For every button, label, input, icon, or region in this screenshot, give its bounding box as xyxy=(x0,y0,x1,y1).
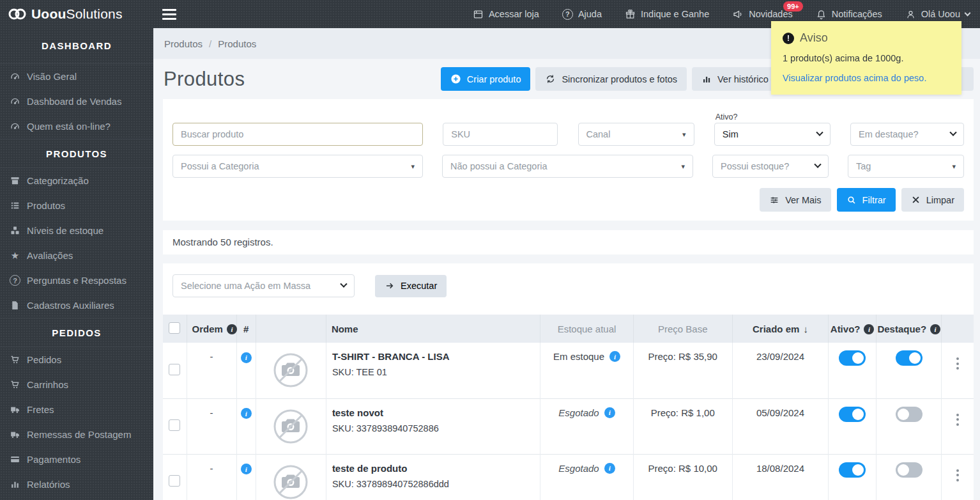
possui-estoque-select[interactable]: Possui estoque? xyxy=(712,155,829,178)
row-menu-icon[interactable] xyxy=(953,465,963,485)
sidebar-item-pagamentos[interactable]: Pagamentos xyxy=(0,447,153,472)
sidebar-item-pedidos[interactable]: Pedidos xyxy=(0,347,153,372)
info-icon[interactable] xyxy=(930,324,940,334)
news-count-badge: 99+ xyxy=(783,1,803,12)
sliders-icon xyxy=(769,195,779,205)
results-summary: Mostrando 50 registros. xyxy=(163,230,974,254)
sidebar-item-avaliacoes[interactable]: ★ Avaliações xyxy=(0,243,153,268)
sku-field xyxy=(443,123,558,146)
create-product-button[interactable]: Criar produto xyxy=(441,67,531,91)
row-menu-icon[interactable] xyxy=(953,354,963,373)
info-icon[interactable] xyxy=(609,351,620,362)
filtrar-button[interactable]: Filtrar xyxy=(837,188,896,212)
nav-help[interactable]: Ajuda xyxy=(562,9,602,20)
cell-ordem: - xyxy=(187,398,236,454)
breadcrumb-separator: / xyxy=(209,38,211,49)
nav-user-greeting: Olá Uoou xyxy=(921,9,960,19)
info-icon[interactable] xyxy=(241,464,252,474)
sidebar-item-produtos[interactable]: Produtos xyxy=(0,193,153,218)
sidebar-section-pedidos: PEDIDOS xyxy=(0,318,153,347)
ativo-select[interactable]: Ativo? Sim xyxy=(714,123,831,146)
featured-toggle[interactable] xyxy=(896,350,923,366)
sidebar-item-fretes[interactable]: Fretes xyxy=(0,397,153,422)
bulk-action-select[interactable]: Selecione uma Ação em Massa xyxy=(172,274,355,297)
sidebar-item-carrinhos[interactable]: Carrinhos xyxy=(0,372,153,397)
breadcrumb-link-produtos[interactable]: Produtos xyxy=(164,38,203,49)
row-checkbox[interactable] xyxy=(169,364,180,375)
possui-categoria-select[interactable]: Possui a Categoria xyxy=(172,155,423,178)
ver-mais-button[interactable]: Ver Mais xyxy=(760,188,831,212)
sidebar-item-niveis-estoque[interactable]: Níveis de estoque xyxy=(0,218,153,243)
active-toggle[interactable] xyxy=(839,462,866,478)
plus-circle-icon xyxy=(450,74,461,84)
limpar-button[interactable]: Limpar xyxy=(901,188,964,212)
alert-link[interactable]: Visualizar produtos acima do peso. xyxy=(783,73,950,83)
info-icon[interactable] xyxy=(241,408,252,419)
featured-toggle[interactable] xyxy=(896,462,923,478)
list-icon xyxy=(10,200,20,211)
row-checkbox[interactable] xyxy=(169,419,180,431)
sidebar-item-categorizacao[interactable]: Categorização xyxy=(0,168,153,193)
info-icon[interactable] xyxy=(604,407,615,418)
chevron-down-icon xyxy=(816,129,823,136)
execute-button[interactable]: Executar xyxy=(375,275,447,297)
sku-input[interactable] xyxy=(451,129,549,139)
nao-possui-categoria-select[interactable]: Não possui a Categoria xyxy=(442,155,693,178)
gauge-icon xyxy=(10,71,20,82)
sidebar-item-relatorios[interactable]: Relatórios xyxy=(0,472,153,497)
sidebar-item-label: Cadastros Auxiliares xyxy=(27,300,114,311)
bar-chart-icon xyxy=(10,479,20,490)
product-sku: SKU: TEE 01 xyxy=(332,367,540,377)
sidebar-item-label: Categorização xyxy=(27,175,89,186)
products-panel: Selecione uma Ação em Massa Executar Ord… xyxy=(163,263,974,500)
sidebar-item-dashboard-vendas[interactable]: Dashboard de Vendas xyxy=(0,89,153,114)
nav-user-menu[interactable]: Olá Uoou xyxy=(905,9,970,20)
cart-icon xyxy=(10,354,20,365)
megaphone-icon xyxy=(732,8,744,20)
nav-notifications[interactable]: Notificações xyxy=(816,9,882,20)
product-name[interactable]: teste de produto xyxy=(332,463,540,474)
sidebar-item-label: Quem está on-line? xyxy=(27,121,111,132)
alert-exclamation-icon xyxy=(783,33,794,44)
search-product-input[interactable] xyxy=(181,129,415,139)
sidebar-item-cadastros-auxiliares[interactable]: Cadastros Auxiliares xyxy=(0,293,153,318)
sidebar-item-label: Dashboard de Vendas xyxy=(27,96,121,107)
canal-select[interactable]: Canal xyxy=(578,123,694,146)
info-icon[interactable] xyxy=(241,352,252,363)
row-checkbox[interactable] xyxy=(169,475,180,487)
header-preco[interactable]: Preço Base xyxy=(658,324,708,334)
nav-access-store-label: Acessar loja xyxy=(489,9,539,19)
tag-select[interactable]: Tag xyxy=(848,155,964,178)
product-sku: SKU: 337898940752886ddd xyxy=(332,479,540,489)
product-price: Preço: R$ 1,00 xyxy=(633,398,732,454)
nav-news[interactable]: Novidades 99+ xyxy=(732,8,793,20)
active-toggle[interactable] xyxy=(839,350,866,366)
info-icon[interactable] xyxy=(227,324,237,334)
select-all-checkbox[interactable] xyxy=(169,322,180,334)
sidebar-item-remessas-postagem[interactable]: Remessas de Postagem xyxy=(0,422,153,447)
product-name[interactable]: teste novot xyxy=(332,407,540,418)
page-title: Produtos xyxy=(164,68,245,91)
no-photo-icon xyxy=(273,464,309,500)
sidebar-item-perguntas-respostas[interactable]: Perguntas e Respostas xyxy=(0,268,153,293)
brand-logo[interactable]: UoouSolutions xyxy=(0,6,153,22)
nav-access-store[interactable]: Acessar loja xyxy=(473,9,539,20)
active-toggle[interactable] xyxy=(839,407,866,422)
sidebar-item-quem-esta-online[interactable]: Quem está on-line? xyxy=(0,114,153,139)
header-estoque[interactable]: Estoque atual xyxy=(558,324,616,334)
sidebar-item-visao-geral[interactable]: Visão Geral xyxy=(0,64,153,89)
header-criado[interactable]: Criado em xyxy=(753,324,799,334)
nav-refer-earn[interactable]: Indique e Ganhe xyxy=(625,9,709,20)
sidebar-toggle-icon[interactable] xyxy=(160,6,179,22)
row-menu-icon[interactable] xyxy=(953,410,963,430)
product-name[interactable]: T-SHIRT - BRANCA - LISA xyxy=(332,351,540,362)
info-icon[interactable] xyxy=(604,463,615,474)
destaque-select[interactable]: Em destaque? xyxy=(850,123,964,146)
sync-products-button[interactable]: Sincronizar produtos e fotos xyxy=(535,67,687,91)
no-photo-icon xyxy=(273,352,309,388)
featured-toggle[interactable] xyxy=(896,407,923,422)
products-table: Ordem # Nome Estoque atual Preço Base Cr… xyxy=(163,315,974,500)
weight-alert-popup: Aviso 1 produto(s) acima de 1000g. Visua… xyxy=(771,21,961,95)
created-date: 18/08/2024 xyxy=(732,454,828,500)
info-icon[interactable] xyxy=(864,324,874,334)
